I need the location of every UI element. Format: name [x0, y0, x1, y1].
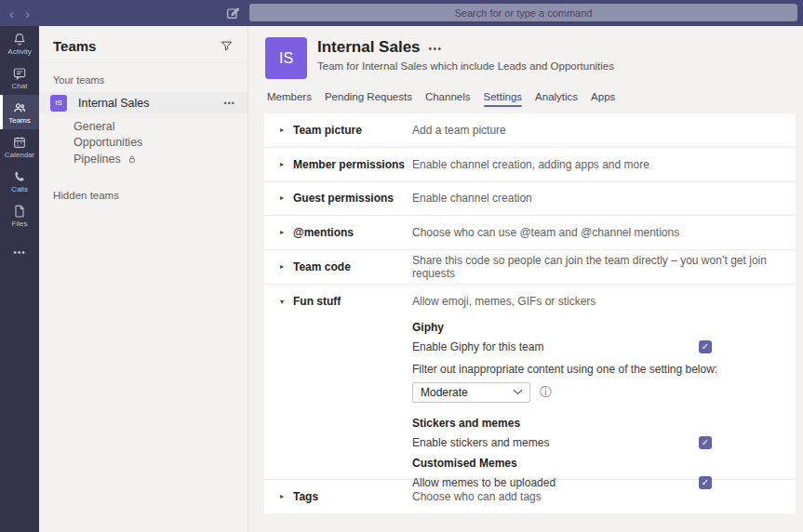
teams-panel-header: Teams	[39, 26, 248, 63]
team-row-internal-sales[interactable]: IS Internal Sales •••	[39, 92, 248, 113]
team-options-icon[interactable]: •••	[429, 41, 443, 54]
enable-stickers-row: Enable stickers and memes ✓	[412, 436, 712, 449]
dropdown-value: Moderate	[413, 386, 505, 399]
rail-item-files[interactable]: Files	[0, 198, 39, 233]
tab-channels[interactable]: Channels	[425, 91, 471, 106]
team-avatar-large: IS	[265, 37, 307, 79]
search-placeholder: Search for or type a command	[455, 7, 593, 19]
panel-title: Teams	[53, 38, 96, 54]
setting-row-guest-permissions[interactable]: ▸ Guest permissions Enable channel creat…	[264, 182, 796, 217]
customised-memes-heading: Customised Memes	[412, 457, 796, 470]
chevron-right-icon: ▸	[280, 493, 293, 500]
channel-row-pipelines[interactable]: Pipelines	[39, 151, 248, 167]
channel-list: General Opportunities Pipelines	[39, 113, 248, 167]
enable-stickers-label: Enable stickers and memes	[412, 436, 549, 449]
setting-row-mentions[interactable]: ▸ @mentions Choose who can use @team and…	[264, 216, 796, 250]
forward-icon[interactable]: ›	[25, 7, 30, 20]
rail-item-label: Calendar	[5, 151, 34, 159]
team-more-icon[interactable]: •••	[224, 99, 235, 108]
hidden-teams-label[interactable]: Hidden teams	[39, 167, 248, 201]
calendar-icon	[12, 135, 27, 150]
phone-icon	[12, 169, 27, 184]
main-content: IS Internal Sales ••• Team for Internal …	[248, 26, 803, 532]
team-avatar: IS	[50, 95, 67, 112]
teams-people-icon	[12, 100, 27, 115]
rail-item-label: Files	[12, 219, 28, 228]
tab-analytics[interactable]: Analytics	[535, 91, 578, 106]
team-header: IS Internal Sales ••• Team for Internal …	[248, 26, 803, 91]
top-bar: ‹ › Search for or type a command	[0, 0, 803, 26]
rail-item-activity[interactable]: Activity	[0, 26, 39, 60]
new-chat-icon[interactable]	[225, 6, 240, 20]
teams-list-panel: Teams Your teams IS Internal Sales ••• G…	[39, 26, 248, 532]
info-icon: ⓘ	[540, 386, 552, 398]
setting-row-fun-stuff[interactable]: ▾ Fun stuff Allow emoji, memes, GIFs or …	[264, 285, 796, 480]
chevron-down-icon: ▾	[280, 295, 293, 306]
rail-more-icon[interactable]: •••	[0, 238, 39, 266]
rail-item-calls[interactable]: Calls	[0, 164, 39, 198]
rail-item-label: Activity	[7, 47, 31, 56]
rail-item-chat[interactable]: Chat	[0, 60, 39, 95]
allow-memes-row: Allow memes to be uploaded ✓	[412, 476, 712, 489]
setting-row-team-picture[interactable]: ▸ Team picture Add a team picture	[264, 113, 796, 148]
lock-icon	[127, 154, 137, 164]
check-icon: ✓	[702, 342, 709, 352]
back-icon[interactable]: ‹	[9, 7, 14, 20]
tab-members[interactable]: Members	[267, 91, 312, 106]
setting-row-team-code[interactable]: ▸ Team code Share this code so people ca…	[264, 250, 796, 285]
rail-item-teams[interactable]: Teams	[0, 95, 39, 129]
chevron-right-icon: ▸	[280, 263, 293, 271]
rail-item-label: Teams	[8, 116, 31, 125]
chevron-down-icon	[505, 389, 529, 395]
tab-apps[interactable]: Apps	[591, 91, 615, 106]
allow-memes-checkbox[interactable]: ✓	[699, 476, 712, 489]
setting-row-member-permissions[interactable]: ▸ Member permissions Enable channel crea…	[264, 148, 796, 182]
enable-giphy-label: Enable Giphy for this team	[412, 340, 543, 353]
channel-row-general[interactable]: General	[39, 118, 248, 135]
giphy-heading: Giphy	[412, 321, 796, 334]
channel-row-opportunities[interactable]: Opportunities	[39, 135, 248, 152]
settings-accordion: ▸ Team picture Add a team picture ▸ Memb…	[264, 113, 796, 513]
file-icon	[12, 204, 27, 219]
check-icon: ✓	[702, 478, 709, 487]
tab-pending-requests[interactable]: Pending Requests	[325, 91, 412, 106]
chevron-right-icon: ▸	[280, 229, 293, 236]
giphy-filter-label: Filter out inappropriate content using o…	[412, 363, 796, 376]
rail-item-label: Calls	[11, 185, 28, 193]
rail-item-calendar[interactable]: Calendar	[0, 129, 39, 164]
stickers-heading: Stickers and memes	[412, 417, 796, 430]
check-icon: ✓	[702, 438, 709, 447]
bell-icon	[12, 32, 27, 47]
teams-app-window: ‹ › Search for or type a command Activit…	[0, 0, 803, 532]
enable-giphy-row: Enable Giphy for this team ✓	[412, 340, 712, 353]
rail-item-label: Chat	[12, 82, 28, 90]
chevron-right-icon: ▸	[280, 194, 293, 202]
your-teams-label: Your teams	[39, 63, 248, 92]
allow-memes-label: Allow memes to be uploaded	[412, 476, 555, 489]
chevron-right-icon: ▸	[280, 126, 293, 134]
fun-stuff-content: Allow emoji, memes, GIFs or stickers Gip…	[412, 295, 796, 489]
enable-giphy-checkbox[interactable]: ✓	[699, 340, 712, 353]
team-name: Internal Sales	[78, 97, 224, 110]
team-description: Team for Internal Sales which include Le…	[317, 60, 614, 72]
chevron-right-icon: ▸	[280, 161, 293, 168]
chat-icon	[12, 66, 27, 81]
tab-settings[interactable]: Settings	[484, 91, 523, 106]
giphy-filter-dropdown[interactable]: Moderate	[412, 382, 530, 403]
app-rail: Activity Chat Teams	[0, 26, 39, 532]
enable-stickers-checkbox[interactable]: ✓	[699, 436, 712, 449]
filter-icon[interactable]	[220, 39, 234, 53]
tab-bar: Members Pending Requests Channels Settin…	[248, 91, 803, 113]
search-input[interactable]: Search for or type a command	[249, 4, 797, 21]
page-title: Internal Sales	[317, 38, 421, 57]
